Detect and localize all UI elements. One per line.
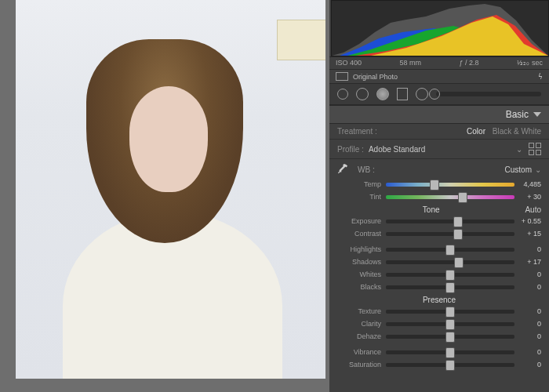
highlights-slider[interactable] [386, 248, 514, 252]
exif-iso: ISO 400 [336, 59, 362, 67]
eyedropper-icon[interactable] [337, 163, 348, 176]
temp-value[interactable]: 4,485 [514, 180, 541, 188]
temp-slider[interactable] [386, 183, 514, 187]
rectangle-icon [336, 72, 348, 81]
shadows-slider[interactable] [386, 260, 514, 264]
treatment-color[interactable]: Color [467, 127, 485, 136]
flash-icon: ϟ [538, 73, 543, 81]
wb-label: WB : [358, 165, 375, 174]
exif-aperture: ƒ / 2.8 [459, 59, 478, 67]
photo-canvas[interactable] [0, 0, 329, 392]
radial-tool-1[interactable] [356, 88, 369, 100]
crop-tool[interactable] [397, 88, 408, 100]
profile-label: Profile : [337, 145, 364, 154]
original-photo-toggle[interactable]: Original Photo [353, 73, 398, 81]
histogram[interactable] [331, 0, 549, 56]
develop-panel: ISO 400 58 mm ƒ / 2.8 ¹⁄₃₂₀ sec Original… [329, 0, 549, 392]
exposure-slider[interactable] [386, 220, 514, 223]
exif-row: ISO 400 58 mm ƒ / 2.8 ¹⁄₃₂₀ sec [329, 56, 549, 69]
vibrance-slider[interactable] [386, 350, 514, 354]
profile-value[interactable]: Adobe Standard [369, 145, 425, 154]
mask-slider[interactable] [436, 92, 541, 96]
basic-section-header[interactable]: Basic [329, 105, 549, 124]
auto-button[interactable]: Auto [525, 205, 541, 214]
radial-tool-2[interactable] [416, 88, 428, 100]
contrast-slider[interactable] [386, 232, 514, 236]
exif-shutter: ¹⁄₃₂₀ sec [517, 59, 543, 67]
target-adjust-icon[interactable] [337, 89, 348, 100]
whites-slider[interactable] [386, 273, 514, 277]
dehaze-slider[interactable] [386, 335, 514, 339]
treatment-bw[interactable]: Black & White [493, 127, 541, 136]
treatment-label: Treatment : [337, 127, 377, 136]
tone-header: Tone [337, 205, 525, 214]
texture-slider[interactable] [386, 310, 514, 314]
saturation-slider[interactable] [386, 363, 514, 367]
blacks-slider[interactable] [386, 285, 514, 289]
chevron-down-icon [533, 112, 541, 117]
presence-header: Presence [337, 296, 541, 304]
adjustment-tools [329, 83, 549, 105]
profile-browser-icon[interactable] [529, 143, 541, 155]
photo-preview[interactable] [16, 0, 325, 379]
tint-slider[interactable] [386, 195, 514, 199]
clarity-slider[interactable] [386, 322, 514, 326]
radial-tool-active[interactable] [376, 88, 389, 100]
chevron-down-icon[interactable]: ⌄ [516, 145, 522, 154]
chevron-down-icon[interactable]: ⌄ [535, 165, 541, 174]
tint-value[interactable]: + 30 [514, 193, 541, 201]
exif-focal: 58 mm [400, 59, 422, 67]
wb-dropdown[interactable]: Custom [505, 165, 532, 174]
